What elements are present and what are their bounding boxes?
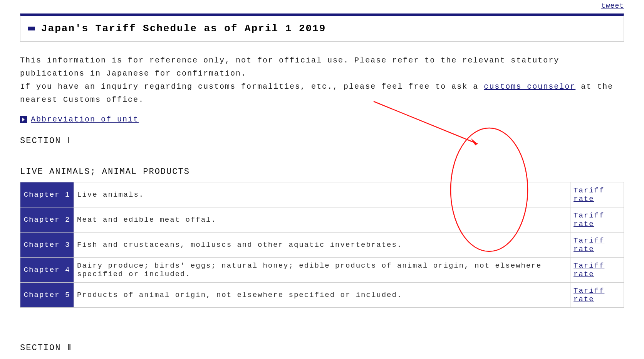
tariff-rate-link[interactable]: Tariff rate <box>574 236 604 253</box>
tweet-link[interactable]: tweet <box>601 2 624 10</box>
customs-counselor-link[interactable]: customs counselor <box>484 82 575 91</box>
desc-cell: Fish and crustaceans, molluscs and other… <box>74 233 570 258</box>
tariff-rate-link[interactable]: Tariff rate <box>574 287 604 303</box>
tariff-rate-link[interactable]: Tariff rate <box>574 211 604 228</box>
header-square-icon <box>28 27 35 30</box>
desc-cell: Meat and edible meat offal. <box>74 207 570 233</box>
table-row: Chapter 1 Live animals. Tariff rate <box>20 182 624 207</box>
page-title: Japan's Tariff Schedule as of April 1 20… <box>41 23 326 34</box>
chapter-cell: Chapter 3 <box>20 233 74 258</box>
tariff-table-section1: Chapter 1 Live animals. Tariff rate Chap… <box>20 182 624 308</box>
desc-cell: Dairy produce; birds' eggs; natural hone… <box>74 258 570 283</box>
table-row: Chapter 5 Products of animal origin, not… <box>20 283 624 308</box>
table-row: Chapter 2 Meat and edible meat offal. Ta… <box>20 207 624 233</box>
section-2-label: SECTION Ⅱ <box>20 342 624 353</box>
info-paragraph: This information is for reference only, … <box>20 54 624 106</box>
tariff-rate-link[interactable]: Tariff rate <box>574 261 604 278</box>
table-row: Chapter 4 Dairy produce; birds' eggs; na… <box>20 258 624 283</box>
chapter-cell: Chapter 4 <box>20 258 74 283</box>
page-header: Japan's Tariff Schedule as of April 1 20… <box>20 13 624 42</box>
tariff-rate-link[interactable]: Tariff rate <box>574 186 604 203</box>
chapter-cell: Chapter 2 <box>20 207 74 233</box>
desc-cell: Live animals. <box>74 182 570 207</box>
chevron-right-icon <box>20 116 27 123</box>
chapter-cell: Chapter 1 <box>20 182 74 207</box>
section-1-label: SECTION Ⅰ <box>20 135 624 146</box>
info-line1: This information is for reference only, … <box>20 56 559 78</box>
info-line2a: If you have an inquiry regarding customs… <box>20 82 484 91</box>
table-row: Chapter 3 Fish and crustaceans, molluscs… <box>20 233 624 258</box>
abbreviation-link[interactable]: Abbreviation of unit <box>31 115 139 124</box>
chapter-cell: Chapter 5 <box>20 283 74 308</box>
section-1-subtitle: LIVE ANIMALS; ANIMAL PRODUCTS <box>20 167 624 177</box>
desc-cell: Products of animal origin, not elsewhere… <box>74 283 570 308</box>
